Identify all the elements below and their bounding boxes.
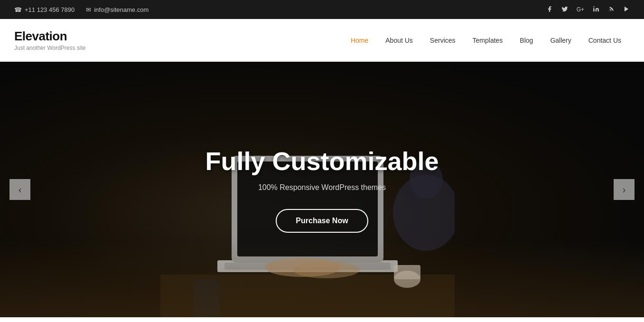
nav-templates[interactable]: Templates bbox=[464, 19, 512, 62]
youtube-icon[interactable] bbox=[623, 6, 630, 14]
email-icon: ✉ bbox=[86, 6, 91, 13]
nav-home[interactable]: Home bbox=[342, 19, 377, 62]
site-header: Elevation Just another WordPress site Ho… bbox=[0, 19, 644, 62]
email-address: info@sitename.com bbox=[94, 6, 149, 13]
top-bar: ☎ +11 123 456 7890 ✉ info@sitename.com G… bbox=[0, 0, 644, 19]
facebook-icon[interactable] bbox=[546, 6, 553, 14]
nav-contact[interactable]: Contact Us bbox=[580, 19, 630, 62]
phone-number: +11 123 456 7890 bbox=[25, 6, 75, 13]
svg-point-0 bbox=[593, 6, 594, 7]
phone-contact: ☎ +11 123 456 7890 bbox=[14, 6, 75, 13]
google-plus-icon[interactable]: G+ bbox=[577, 6, 584, 13]
social-links: G+ bbox=[546, 6, 630, 14]
hero-content: Fully Customizable 100% Responsive WordP… bbox=[205, 146, 439, 233]
prev-slide-button[interactable]: ‹ bbox=[9, 179, 30, 200]
next-slide-button[interactable]: › bbox=[614, 179, 635, 200]
rss-icon[interactable] bbox=[608, 6, 615, 14]
hero-subtitle: 100% Responsive WordPress themes bbox=[205, 183, 439, 192]
prev-arrow-icon: ‹ bbox=[19, 184, 22, 195]
nav-services[interactable]: Services bbox=[421, 19, 464, 62]
purchase-button[interactable]: Purchase Now bbox=[276, 209, 368, 233]
nav-gallery[interactable]: Gallery bbox=[541, 19, 579, 62]
top-bar-contacts: ☎ +11 123 456 7890 ✉ info@sitename.com bbox=[14, 6, 149, 13]
main-nav: Home About Us Services Templates Blog Ga… bbox=[342, 19, 630, 62]
linkedin-icon[interactable] bbox=[593, 6, 599, 14]
logo-area: Elevation Just another WordPress site bbox=[14, 29, 86, 51]
nav-about[interactable]: About Us bbox=[377, 19, 421, 62]
phone-icon: ☎ bbox=[14, 6, 22, 13]
svg-point-1 bbox=[609, 10, 609, 11]
site-tagline: Just another WordPress site bbox=[14, 45, 86, 51]
nav-blog[interactable]: Blog bbox=[511, 19, 541, 62]
twitter-icon[interactable] bbox=[561, 6, 568, 14]
next-arrow-icon: › bbox=[623, 184, 626, 195]
hero-title: Fully Customizable bbox=[205, 146, 439, 176]
site-logo[interactable]: Elevation bbox=[14, 29, 86, 44]
email-contact: ✉ info@sitename.com bbox=[86, 6, 149, 13]
desk-overlay bbox=[0, 241, 644, 317]
svg-marker-2 bbox=[625, 6, 628, 11]
hero-section: ‹ Fully Customizable 100% Responsive Wor… bbox=[0, 62, 644, 317]
